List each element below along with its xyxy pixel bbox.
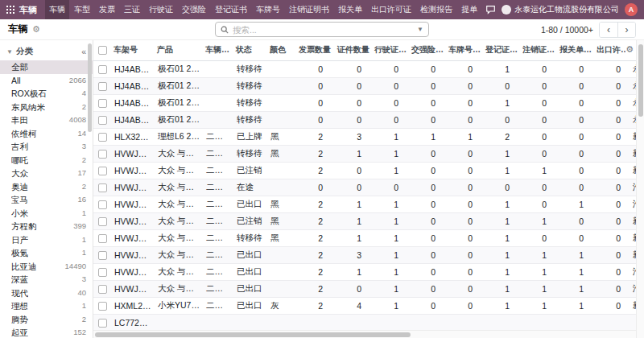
sidebar-item[interactable]: 奥迪 2 bbox=[0, 180, 93, 194]
top-menu-item[interactable]: 车辆 bbox=[45, 0, 69, 19]
top-menu-item[interactable]: 检测报告 bbox=[416, 0, 456, 19]
top-menu-item[interactable]: 注销证明书 bbox=[285, 0, 333, 19]
column-header[interactable]: 车牌号数量 bbox=[446, 40, 483, 60]
row-checkbox[interactable] bbox=[98, 251, 107, 260]
pager-next-button[interactable]: › bbox=[617, 23, 635, 37]
top-menu-item[interactable]: 提单 bbox=[457, 0, 481, 19]
table-row[interactable]: HVWJA1E... 大众 与众... 二手车 在途 0 0 0 0 0 0 0… bbox=[93, 179, 644, 196]
sidebar-item[interactable]: 比亚迪 14490 bbox=[0, 260, 93, 274]
column-header[interactable]: 交强险数量 bbox=[409, 40, 446, 60]
row-checkbox[interactable] bbox=[98, 302, 107, 311]
table-row[interactable]: HVWJA1E... 大众 与众... 二手车 已注销 2 0 1 0 0 1 … bbox=[93, 162, 644, 179]
horizontal-scrollbar[interactable] bbox=[93, 330, 636, 338]
sidebar-item[interactable]: 宝马 16 bbox=[0, 193, 93, 207]
top-menu-item[interactable]: 车牌号 bbox=[252, 0, 284, 19]
column-header[interactable]: 注销证明数量 bbox=[520, 40, 557, 60]
table-row[interactable]: HXML2A0... 小米YU7 2... 二手车 已出口 灰 2 4 1 0 … bbox=[93, 297, 644, 314]
row-checkbox[interactable] bbox=[98, 183, 107, 192]
row-checkbox[interactable] bbox=[98, 82, 107, 91]
pager-previous-button[interactable]: ‹ bbox=[600, 23, 617, 37]
table-row[interactable]: HJ4ABBH... 极石01 20... 转移待 0 0 0 0 0 1 0 … bbox=[93, 60, 644, 77]
sidebar-item[interactable]: 日产 1 bbox=[0, 233, 93, 247]
column-header[interactable]: 登记证书数量 bbox=[483, 40, 520, 60]
user-avatar[interactable]: A bbox=[625, 3, 638, 16]
messages-icon[interactable] bbox=[485, 5, 496, 14]
page-title[interactable]: 车辆 bbox=[8, 23, 28, 36]
search-input[interactable] bbox=[233, 25, 413, 35]
sidebar-item[interactable]: 现代 40 bbox=[0, 286, 93, 300]
table-row[interactable]: HJ4ABBH... 极石01 20... 转移待 0 0 0 0 0 0 0 … bbox=[93, 77, 644, 94]
search-dropdown-caret-icon[interactable]: ▼ bbox=[417, 26, 423, 33]
row-checkbox[interactable] bbox=[98, 65, 107, 74]
sidebar-item[interactable]: 起亚 152 bbox=[0, 326, 93, 338]
row-checkbox[interactable] bbox=[98, 133, 107, 142]
sidebar-item[interactable]: 深蓝 3 bbox=[0, 273, 93, 286]
column-header[interactable]: 行驶证数量 bbox=[372, 40, 409, 60]
column-header[interactable]: 车辆类型 bbox=[203, 40, 233, 60]
table-row[interactable]: HVWJA1E... 大众 与众... 二手车 已出口 2 3 1 0 0 1 … bbox=[93, 246, 644, 263]
select-all-checkbox[interactable] bbox=[98, 46, 107, 55]
row-checkbox[interactable] bbox=[98, 268, 107, 277]
sidebar-item[interactable]: 腾势 2 bbox=[0, 313, 93, 327]
table-row[interactable]: HJ4ABBH... 极石01 20... 转移待 0 0 0 0 0 1 0 … bbox=[93, 94, 644, 111]
vertical-scrollbar-thumb[interactable] bbox=[638, 44, 643, 117]
row-checkbox[interactable] bbox=[98, 167, 107, 175]
column-header[interactable]: 发票数量 bbox=[295, 40, 333, 60]
sidebar-item[interactable]: 依维柯 14 bbox=[0, 127, 93, 141]
cell-invoice-count: 0 bbox=[295, 179, 333, 196]
sidebar-item[interactable]: 大众 17 bbox=[0, 167, 93, 180]
top-menu-item[interactable]: 发票 bbox=[95, 0, 119, 19]
row-checkbox[interactable] bbox=[98, 99, 107, 108]
row-checkbox[interactable] bbox=[98, 116, 107, 125]
sidebar-item[interactable]: 极氪 1 bbox=[0, 246, 93, 260]
optional-columns-gear-icon[interactable]: ⚙ bbox=[625, 44, 634, 55]
horizontal-scrollbar-thumb[interactable] bbox=[95, 332, 411, 337]
apps-grid-icon[interactable] bbox=[6, 6, 14, 14]
table-row[interactable]: LC7720Z2... bbox=[93, 314, 644, 331]
top-menu-item[interactable]: 出口许可证 bbox=[367, 0, 415, 19]
sidebar-item-all-selected[interactable]: 全部 bbox=[0, 60, 93, 74]
table-row[interactable]: HJ4ABBH... 极石01 20... 转移待 0 0 0 0 0 0 0 … bbox=[93, 111, 644, 128]
top-menu-item[interactable]: 车型 bbox=[70, 0, 94, 19]
collapse-sidebar-button[interactable]: « bbox=[81, 47, 86, 56]
row-checkbox[interactable] bbox=[98, 150, 107, 159]
sidebar-item[interactable]: ROX极石 4 bbox=[0, 87, 93, 101]
company-menu[interactable]: 永泰运化工物流股份有限公司 bbox=[502, 4, 619, 15]
column-header[interactable]: 报关单数量 bbox=[557, 40, 594, 60]
table-row[interactable]: HVWJA1E... 大众 与众... 二手车 已出口 2 1 1 0 0 1 … bbox=[93, 263, 644, 280]
sidebar-item[interactable]: 小米 1 bbox=[0, 207, 93, 221]
sidebar-item[interactable]: 东风纳米 2 bbox=[0, 101, 93, 114]
sidebar-item[interactable]: All 2066 bbox=[0, 74, 93, 88]
top-menu-item[interactable]: 登记证书 bbox=[211, 0, 251, 19]
column-header[interactable]: 产品 bbox=[155, 40, 203, 60]
app-name[interactable]: 车辆 bbox=[19, 4, 37, 16]
top-menu-item[interactable]: 三证 bbox=[120, 0, 144, 19]
sidebar-scrollbar[interactable] bbox=[88, 43, 92, 132]
table-row[interactable]: HVWJA1E... 大众 与众... 二手车 已注销 黑 2 1 1 0 0 … bbox=[93, 212, 644, 229]
row-checkbox[interactable] bbox=[98, 217, 107, 226]
table-row[interactable]: HVWJA1E... 大众 与众... 二手车 已出口 2 0 1 0 0 1 … bbox=[93, 280, 644, 297]
row-checkbox[interactable] bbox=[98, 234, 107, 243]
sidebar-item[interactable]: 理想 1 bbox=[0, 299, 93, 313]
column-header[interactable]: 车架号 bbox=[111, 40, 155, 60]
row-checkbox[interactable] bbox=[98, 200, 107, 209]
table-row[interactable]: HVWJA1E... 大众 与众... 二手车 转移待 黑 2 1 1 0 0 … bbox=[93, 229, 644, 246]
top-menu-item[interactable]: 行驶证 bbox=[145, 0, 177, 19]
sidebar-item[interactable]: 吉利 3 bbox=[0, 140, 93, 154]
category-section-header[interactable]: ▼ 分类 « bbox=[0, 43, 93, 60]
actions-gear-icon[interactable]: ⚙ bbox=[32, 24, 40, 35]
top-menu-item[interactable]: 交强险 bbox=[178, 0, 210, 19]
table-row[interactable]: HVWJA1E... 大众 与众... 二手车 已出口 黑 2 1 1 0 0 … bbox=[93, 196, 644, 212]
top-menu-item[interactable]: 报关单 bbox=[334, 0, 366, 19]
vertical-scrollbar[interactable] bbox=[636, 40, 644, 338]
sidebar-item[interactable]: 丰田 4008 bbox=[0, 113, 93, 127]
row-checkbox[interactable] bbox=[98, 285, 107, 294]
row-checkbox[interactable] bbox=[98, 319, 107, 328]
column-header[interactable]: 颜色 bbox=[267, 40, 295, 60]
table-row[interactable]: HLX32B1... 理想L6 20... 二手车 已上牌 黑 2 3 1 1 … bbox=[93, 128, 644, 145]
column-header[interactable]: 状态 bbox=[233, 40, 267, 60]
sidebar-item[interactable]: 方程豹 399 bbox=[0, 220, 93, 233]
column-header[interactable]: 证件数量 bbox=[333, 40, 372, 60]
table-row[interactable]: HVWJA1E... 大众 与众... 二手车 转移待 黑 2 1 1 0 0 … bbox=[93, 145, 644, 162]
sidebar-item[interactable]: 哪吒 2 bbox=[0, 154, 93, 167]
